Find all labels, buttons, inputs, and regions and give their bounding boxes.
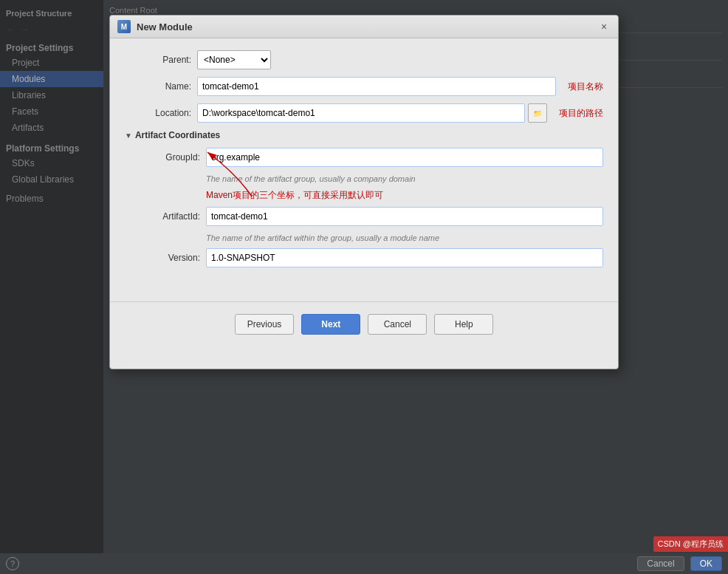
cancel-button[interactable]: Cancel bbox=[368, 314, 427, 335]
dialog-module-icon: M bbox=[117, 20, 131, 33]
version-input[interactable] bbox=[206, 248, 603, 267]
help-button[interactable]: Help bbox=[434, 314, 493, 335]
location-annotation: 项目的路径 bbox=[559, 107, 603, 120]
maven-arrow-svg bbox=[178, 145, 326, 204]
location-input[interactable] bbox=[197, 103, 525, 123]
artifactid-hint: The name of the artifact within the grou… bbox=[206, 233, 603, 242]
parent-select[interactable]: <None> bbox=[197, 50, 271, 69]
location-label: Location: bbox=[125, 108, 191, 118]
dialog-body: Parent: <None> Name: 项目名称 Location: 📁 bbox=[110, 38, 618, 287]
browse-icon: 📁 bbox=[533, 109, 542, 117]
parent-label: Parent: bbox=[125, 55, 191, 65]
parent-row: Parent: <None> bbox=[125, 50, 603, 69]
dialog-title: New Module bbox=[137, 21, 591, 33]
artifact-section-header: ▼ Artifact Coordinates bbox=[125, 130, 603, 140]
section-toggle-icon[interactable]: ▼ bbox=[125, 131, 132, 140]
help-question-icon[interactable]: ? bbox=[6, 557, 19, 570]
dialog-footer: Previous Next Cancel Help bbox=[110, 301, 618, 346]
artifact-section-title: Artifact Coordinates bbox=[135, 130, 220, 140]
dialog-titlebar: M New Module × bbox=[110, 16, 618, 38]
artifactid-row: ArtifactId: bbox=[134, 207, 603, 226]
version-label: Version: bbox=[134, 253, 200, 263]
next-button[interactable]: Next bbox=[301, 314, 360, 335]
name-annotation: 项目名称 bbox=[568, 81, 603, 93]
version-row: Version: bbox=[134, 248, 603, 267]
bottom-bar: ? Cancel OK bbox=[0, 553, 728, 574]
name-input[interactable] bbox=[197, 77, 556, 96]
modal-overlay: M New Module × Parent: <None> Name: 项目名称 bbox=[0, 0, 728, 574]
previous-button[interactable]: Previous bbox=[235, 314, 295, 335]
maven-annotation-container: Maven项目的三个坐标，可直接采用默认即可 bbox=[134, 189, 603, 204]
artifactid-label: ArtifactId: bbox=[134, 211, 200, 222]
csdn-watermark: CSDN @程序员练 bbox=[653, 536, 728, 552]
new-module-dialog: M New Module × Parent: <None> Name: 项目名称 bbox=[109, 15, 619, 369]
name-label: Name: bbox=[125, 81, 191, 92]
location-input-group: 📁 bbox=[197, 103, 547, 123]
dialog-close-button[interactable]: × bbox=[597, 20, 611, 33]
browse-button[interactable]: 📁 bbox=[528, 103, 547, 123]
name-row: Name: 项目名称 bbox=[125, 77, 603, 96]
bottom-ok-button[interactable]: OK bbox=[690, 556, 722, 571]
artifactid-input[interactable] bbox=[206, 207, 603, 226]
artifact-section-content: GroupId: The name of the artifact group,… bbox=[134, 148, 603, 267]
bottom-cancel-button[interactable]: Cancel bbox=[637, 556, 684, 571]
location-row: Location: 📁 项目的路径 bbox=[125, 103, 603, 123]
bottom-right: Cancel OK bbox=[637, 556, 722, 571]
